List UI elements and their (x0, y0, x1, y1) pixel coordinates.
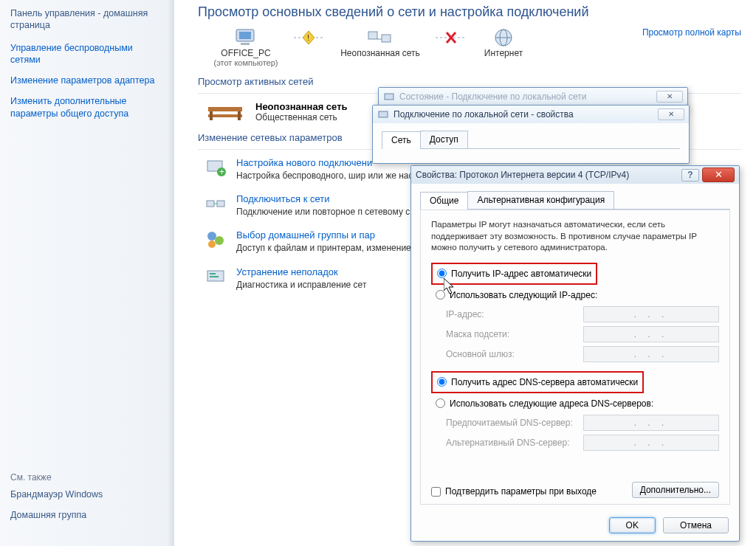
input-mask: . . . (583, 326, 719, 342)
tab-network[interactable]: Сеть (382, 131, 421, 149)
svg-point-27 (208, 241, 216, 248)
svg-rect-2 (241, 43, 250, 45)
cancel-button[interactable]: Отмена (663, 517, 729, 533)
adapter-icon (383, 91, 395, 103)
svg-rect-16 (208, 114, 242, 117)
props-tabs: Сеть Доступ (382, 131, 680, 149)
connect-icon (205, 193, 226, 214)
label-gateway: Основной шлюз: (446, 349, 583, 359)
close-icon[interactable]: ✕ (658, 108, 684, 120)
radio-dns-auto-label: Получить адрес DNS-сервера автоматически (451, 377, 638, 387)
highlight-ip-auto: Получить IP-адрес автоматически (431, 263, 597, 285)
input-dns1: . . . (583, 415, 719, 431)
label-mask: Маска подсети: (446, 329, 583, 339)
ipv4-info-text: Параметры IP могут назначаться автоматич… (431, 219, 719, 254)
homegroup-icon (205, 229, 226, 250)
dialog-ipv4-title: Свойства: Протокол Интернета версии 4 (T… (416, 170, 629, 180)
highlight-dns-auto: Получить адрес DNS-сервера автоматически (431, 371, 644, 393)
dialog-ipv4-titlebar[interactable]: Свойства: Протокол Интернета версии 4 (T… (411, 166, 739, 184)
troubleshoot-icon (205, 266, 226, 287)
close-icon[interactable]: ✕ (702, 167, 735, 182)
svg-rect-17 (210, 111, 213, 120)
radio-dns-auto-input[interactable] (437, 377, 447, 387)
svg-text:+: + (219, 167, 224, 177)
connection-wizard-icon: + (205, 157, 226, 178)
svg-rect-18 (238, 111, 241, 120)
radio-ip-manual-label: Использовать следующий IP-адрес: (450, 290, 597, 300)
sidebar: Панель управления - домашняя страница Уп… (0, 0, 174, 546)
svg-rect-30 (210, 276, 219, 277)
dialog-props-titlebar[interactable]: Подключение по локальной сети - свойства… (373, 106, 689, 123)
svg-rect-31 (385, 94, 394, 100)
pc-icon (233, 28, 258, 47)
globe-icon (494, 28, 513, 47)
tab-access[interactable]: Доступ (420, 131, 468, 148)
radio-dns-manual-input[interactable] (436, 398, 445, 408)
dialog-connection-properties: Подключение по локальной сети - свойства… (372, 105, 690, 164)
network-icon (367, 29, 394, 46)
cp-home-link[interactable]: Панель управления - домашняя страница (10, 7, 164, 32)
dialog-ipv4-properties: Свойства: Протокол Интернета версии 4 (T… (410, 165, 740, 542)
svg-rect-7 (382, 35, 391, 42)
svg-point-26 (215, 236, 224, 245)
sidebar-link-adapter[interactable]: Изменение параметров адаптера (10, 75, 164, 86)
node-unknown-network: Неопознанная сеть (325, 27, 436, 58)
svg-rect-6 (368, 32, 377, 39)
advanced-button[interactable]: Дополнительно... (632, 482, 719, 498)
dialog-props-title: Подключение по локальной сети - свойства (394, 109, 574, 120)
dialog-status-titlebar[interactable]: Состояние - Подключение по локальной сет… (379, 88, 687, 106)
node-unknown-label: Неопознанная сеть (325, 48, 436, 58)
label-dns1: Предпочитаемый DNS-сервер: (446, 418, 583, 428)
see-also-firewall[interactable]: Брандмауэр Windows (10, 488, 103, 500)
svg-rect-32 (379, 111, 388, 117)
input-ip: . . . (583, 306, 719, 322)
dns-fields: Предпочитаемый DNS-сервер:. . . Альтерна… (446, 415, 719, 451)
radio-ip-manual[interactable]: Использовать следующий IP-адрес: (436, 288, 719, 303)
label-dns2: Альтернативный DNS-сервер: (446, 438, 583, 448)
section-active-networks: Просмотр активных сетей (198, 76, 741, 87)
sidebar-link-wireless[interactable]: Управление беспроводными сетями (10, 42, 164, 66)
svg-rect-1 (239, 32, 251, 39)
checkbox-confirm-input[interactable] (431, 487, 441, 497)
tab-alternate[interactable]: Альтернативная конфигурация (467, 191, 614, 209)
network-type[interactable]: Общественная сеть (255, 112, 348, 122)
tab-general[interactable]: Общие (420, 192, 468, 210)
view-full-map-link[interactable]: Просмотр полной карты (642, 27, 741, 38)
bench-icon (205, 101, 245, 123)
input-dns2: . . . (583, 435, 719, 451)
dialog-status-title: Состояние - Подключение по локальной сет… (399, 91, 587, 102)
ipv4-panel: Параметры IP могут назначаться автоматич… (420, 210, 730, 505)
svg-rect-29 (210, 273, 216, 274)
radio-ip-auto-label: Получить IP-адрес автоматически (451, 269, 591, 279)
svg-rect-15 (208, 107, 242, 111)
radio-dns-manual[interactable]: Использовать следующие адреса DNS-сервер… (436, 396, 719, 411)
label-ip: IP-адрес: (446, 309, 583, 319)
ip-fields: IP-адрес:. . . Маска подсети:. . . Основ… (446, 306, 719, 362)
map-connector-fail (436, 27, 467, 48)
see-also-section: См. также Брандмауэр Windows Домашняя гр… (10, 472, 103, 531)
sidebar-link-sharing[interactable]: Изменить дополнительные параметры общего… (10, 95, 164, 120)
network-map-row: OFFICE_PC (этот компьютер) ! Неопознанна… (198, 27, 741, 67)
adapter-icon (377, 108, 389, 120)
map-connector: ! (294, 27, 325, 48)
node-this-pc: OFFICE_PC (этот компьютер) (198, 27, 294, 67)
radio-dns-auto[interactable]: Получить адрес DNS-сервера автоматически (437, 375, 638, 390)
checkbox-confirm-on-exit[interactable]: Подтвердить параметры при выходе (431, 486, 597, 497)
task-troubleshoot-link[interactable]: Устранение неполадок (236, 266, 366, 277)
see-also-head: См. также (10, 472, 103, 483)
close-icon[interactable]: ✕ (656, 91, 683, 103)
checkbox-confirm-label: Подтвердить параметры при выходе (445, 486, 597, 497)
node-pc-label: OFFICE_PC (198, 48, 294, 58)
see-also-homegroup[interactable]: Домашняя группа (10, 509, 103, 521)
radio-ip-auto[interactable]: Получить IP-адрес автоматически (437, 266, 591, 281)
input-gateway: . . . (583, 346, 719, 362)
radio-ip-auto-input[interactable] (437, 269, 447, 278)
ok-button[interactable]: OK (609, 517, 656, 533)
help-button[interactable]: ? (681, 169, 699, 182)
ipv4-tabs: Общие Альтернативная конфигурация (420, 191, 730, 210)
ipv4-footer: OK Отмена (609, 517, 729, 533)
node-pc-sub: (этот компьютер) (198, 58, 294, 67)
node-internet: Интернет (467, 27, 540, 58)
task-troubleshoot-desc: Диагностика и исправление сет (236, 279, 366, 291)
radio-ip-manual-input[interactable] (436, 290, 445, 300)
